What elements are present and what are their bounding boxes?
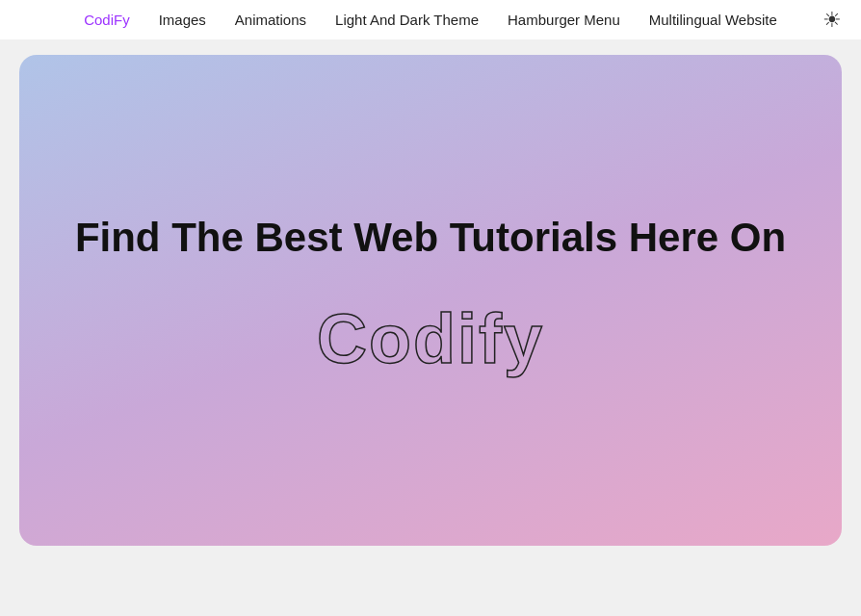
hero-brand-text: Codify [317, 300, 544, 377]
hero-section: Find The Best Web Tutorials Here On Codi… [19, 55, 842, 546]
theme-toggle-icon[interactable]: ☀ [822, 8, 842, 33]
nav-link-multilingual[interactable]: Multilingual Website [649, 12, 777, 28]
nav-link-hamburger[interactable]: Hamburger Menu [508, 12, 620, 28]
navbar: CodiFy Images Animations Light And Dark … [0, 0, 861, 39]
nav-link-theme[interactable]: Light And Dark Theme [335, 12, 479, 28]
hero-brand-svg: Codify [296, 291, 565, 387]
nav-link-images[interactable]: Images [159, 12, 206, 28]
nav-items: CodiFy Images Animations Light And Dark … [84, 12, 777, 28]
nav-link-animations[interactable]: Animations [235, 12, 306, 28]
nav-brand[interactable]: CodiFy [84, 12, 130, 28]
hero-title: Find The Best Web Tutorials Here On [75, 214, 786, 262]
